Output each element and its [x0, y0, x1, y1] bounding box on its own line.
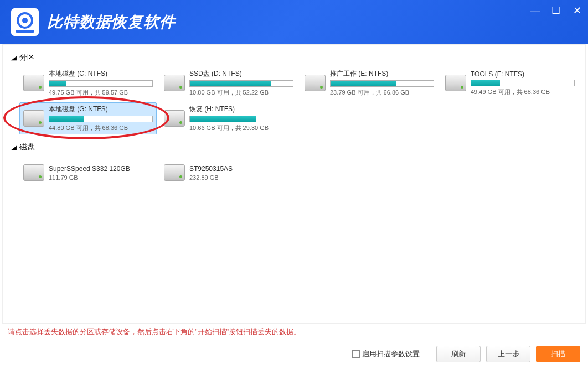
collapse-icon: ◢: [11, 55, 17, 61]
enable-scan-params-label: 启用扫描参数设置: [362, 349, 420, 359]
checkbox-icon: [352, 350, 360, 358]
usage-bar: [189, 116, 293, 122]
refresh-button[interactable]: 刷新: [436, 346, 481, 362]
drive-name: 恢复 (H: NTFS): [189, 105, 293, 114]
drive-info: TOOLS (F: NTFS)49.49 GB 可用，共 68.36 GB: [471, 70, 575, 96]
drive-icon: [23, 164, 44, 181]
disk-item[interactable]: ST9250315AS232.89 GB: [160, 157, 297, 189]
drive-info: SSD盘 (D: NTFS)10.80 GB 可用，共 52.22 GB: [189, 69, 293, 97]
drive-info: 本地磁盘 (G: NTFS)44.80 GB 可用，共 68.36 GB: [49, 105, 153, 132]
drive-info: 本地磁盘 (C: NTFS)49.75 GB 可用，共 59.57 GB: [49, 69, 153, 97]
drive-info: 推广工作 (E: NTFS)23.79 GB 可用，共 66.86 GB: [330, 69, 434, 97]
minimize-button[interactable]: —: [529, 4, 540, 17]
window-controls: — ☐ ✕: [529, 4, 582, 17]
drive-stat: 10.66 GB 可用，共 29.30 GB: [189, 124, 293, 132]
partition-grid: 本地磁盘 (C: NTFS)49.75 GB 可用，共 59.57 GBSSD盘…: [19, 67, 580, 134]
title-bar: 比特数据恢复软件 — ☐ ✕: [0, 0, 588, 44]
app-title: 比特数据恢复软件: [47, 12, 176, 33]
drive-icon: [305, 75, 326, 91]
section-disk-header[interactable]: ◢ 磁盘: [12, 142, 580, 152]
drive-info: SuperSSpeed S332 120GB111.79 GB: [49, 165, 153, 181]
drive-stat: 44.80 GB 可用，共 68.36 GB: [49, 124, 153, 132]
partition-item[interactable]: 推广工作 (E: NTFS)23.79 GB 可用，共 66.86 GB: [301, 67, 438, 99]
usage-bar: [49, 116, 153, 122]
usage-bar: [471, 80, 575, 86]
app-logo-icon: [11, 8, 39, 36]
drive-info: ST9250315AS232.89 GB: [189, 165, 293, 181]
section-partition-header[interactable]: ◢ 分区: [12, 53, 580, 63]
scan-button[interactable]: 扫描: [536, 346, 580, 362]
drive-name: TOOLS (F: NTFS): [471, 70, 575, 78]
drive-stat: 49.49 GB 可用，共 68.36 GB: [471, 88, 575, 96]
partition-item[interactable]: SSD盘 (D: NTFS)10.80 GB 可用，共 52.22 GB: [160, 67, 297, 99]
disk-grid: SuperSSpeed S332 120GB111.79 GBST9250315…: [19, 157, 580, 189]
hint-text: 请点击选择丢失数据的分区或存储设备，然后点击右下角的"开始扫描"按钮扫描丢失的数…: [0, 324, 588, 340]
collapse-icon: ◢: [11, 144, 17, 150]
disk-size: 232.89 GB: [189, 174, 293, 181]
main-panel: ◢ 分区 本地磁盘 (C: NTFS)49.75 GB 可用，共 59.57 G…: [2, 44, 586, 324]
enable-scan-params-checkbox[interactable]: 启用扫描参数设置: [352, 349, 420, 359]
drive-stat: 49.75 GB 可用，共 59.57 GB: [49, 89, 153, 97]
partition-item[interactable]: 本地磁盘 (G: NTFS)44.80 GB 可用，共 68.36 GB: [19, 102, 157, 134]
usage-bar: [49, 80, 153, 87]
disk-name: SuperSSpeed S332 120GB: [49, 165, 153, 173]
maximize-button[interactable]: ☐: [550, 4, 561, 17]
drive-name: 本地磁盘 (C: NTFS): [49, 69, 153, 79]
partition-item[interactable]: 恢复 (H: NTFS)10.66 GB 可用，共 29.30 GB: [160, 102, 297, 134]
drive-icon: [23, 110, 44, 127]
drive-name: 本地磁盘 (G: NTFS): [49, 105, 153, 114]
usage-bar: [189, 80, 293, 87]
drive-name: 推广工作 (E: NTFS): [330, 69, 434, 79]
drive-icon: [445, 75, 466, 91]
disk-item[interactable]: SuperSSpeed S332 120GB111.79 GB: [19, 157, 157, 189]
drive-icon: [164, 110, 185, 127]
drive-icon: [23, 75, 44, 91]
usage-bar: [330, 80, 434, 87]
partition-item[interactable]: 本地磁盘 (C: NTFS)49.75 GB 可用，共 59.57 GB: [19, 67, 157, 99]
drive-icon: [164, 75, 185, 91]
drive-info: 恢复 (H: NTFS)10.66 GB 可用，共 29.30 GB: [189, 105, 293, 132]
disk-size: 111.79 GB: [49, 174, 153, 181]
drive-icon: [164, 164, 185, 181]
drive-stat: 10.80 GB 可用，共 52.22 GB: [189, 89, 293, 97]
disk-name: ST9250315AS: [189, 165, 293, 173]
section-partition-label: 分区: [19, 53, 35, 63]
drive-name: SSD盘 (D: NTFS): [189, 69, 293, 79]
close-button[interactable]: ✕: [571, 4, 582, 17]
drive-stat: 23.79 GB 可用，共 66.86 GB: [330, 89, 434, 97]
section-disk-label: 磁盘: [19, 142, 35, 152]
footer-bar: 启用扫描参数设置 刷新 上一步 扫描: [0, 340, 588, 368]
prev-button[interactable]: 上一步: [486, 346, 530, 362]
partition-item[interactable]: TOOLS (F: NTFS)49.49 GB 可用，共 68.36 GB: [441, 67, 579, 99]
